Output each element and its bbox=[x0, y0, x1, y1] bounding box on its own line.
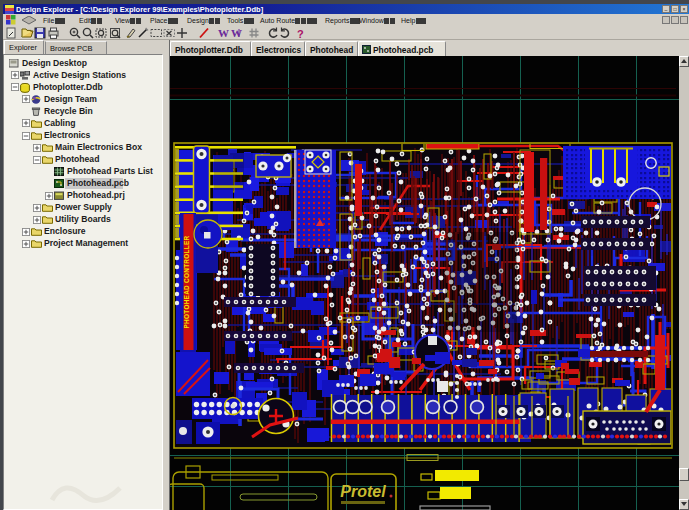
svg-text:W: W bbox=[218, 27, 229, 39]
svg-text:W: W bbox=[231, 27, 242, 39]
svg-text:Protel: Protel bbox=[340, 483, 386, 500]
svg-text:?: ? bbox=[297, 28, 304, 40]
svg-text:PHOTOHEAD CONTROLLER: PHOTOHEAD CONTROLLER bbox=[183, 235, 190, 328]
